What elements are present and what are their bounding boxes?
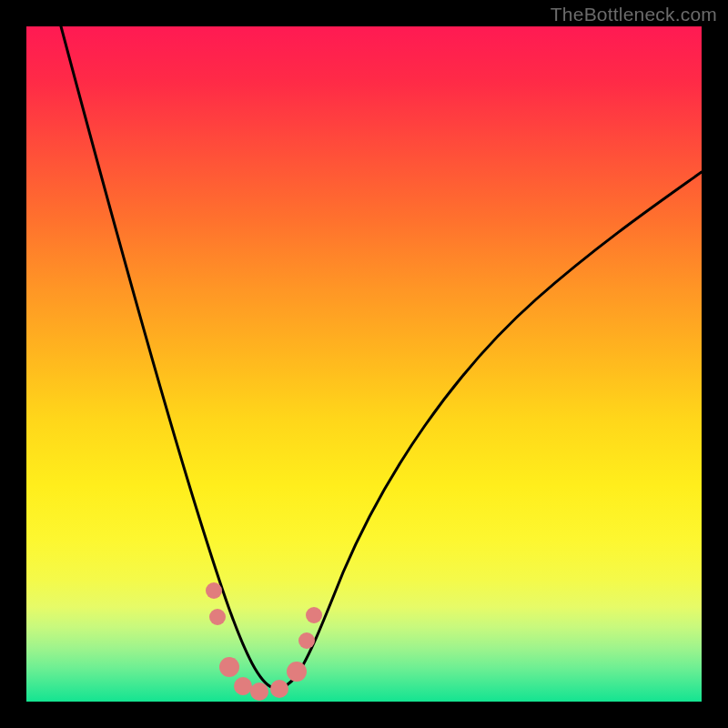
- marker-dot: [306, 607, 322, 623]
- marker-dot: [250, 682, 268, 701]
- chart-frame: TheBottleneck.com: [0, 0, 728, 728]
- marker-dot: [287, 662, 307, 682]
- marker-dot: [219, 657, 239, 677]
- plot-area: [26, 26, 702, 702]
- chart-svg: [26, 26, 702, 702]
- attribution-text: TheBottleneck.com: [551, 4, 717, 25]
- marker-dot: [298, 632, 315, 649]
- marker-dot: [206, 582, 222, 599]
- bottleneck-curve: [61, 26, 702, 688]
- marker-dot: [270, 680, 288, 698]
- marker-dot: [234, 677, 252, 695]
- marker-dot: [209, 609, 226, 625]
